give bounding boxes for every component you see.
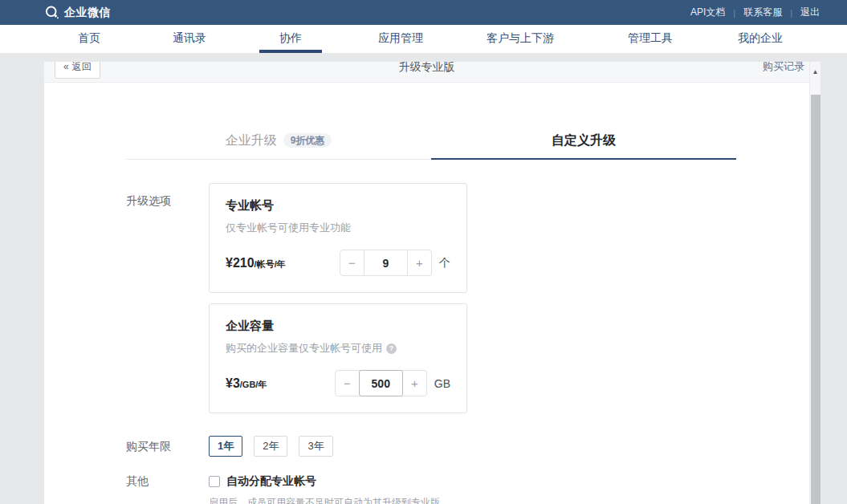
auto-assign-checkbox[interactable]	[209, 476, 220, 487]
upgrade-tabs: 企业升级 9折优惠 自定义升级	[126, 122, 736, 160]
pro-account-count-input[interactable]: 9	[364, 250, 408, 275]
purchase-duration-row: 购买年限 1年 2年 3年	[126, 436, 809, 457]
card-subtitle: 仅专业帐号可使用专业功能	[226, 221, 450, 235]
topbar-separator: |	[790, 8, 792, 18]
panel-scrollbar[interactable]: ▲	[809, 62, 821, 504]
minus-button[interactable]: −	[336, 371, 359, 396]
pro-account-stepper: − 9 +	[340, 250, 432, 276]
back-chevrons-icon: «	[63, 62, 69, 72]
logout-link[interactable]: 退出	[800, 6, 820, 19]
stepper-unit: 个	[439, 256, 450, 270]
plus-button[interactable]: +	[403, 371, 426, 396]
nav-item-contacts[interactable]: 通讯录	[173, 25, 206, 53]
nav-item-apps[interactable]: 应用管理	[378, 25, 423, 53]
nav-item-home[interactable]: 首页	[78, 25, 100, 53]
topbar: 企业微信 API文档 | 联系客服 | 退出	[0, 0, 847, 25]
minus-button[interactable]: −	[340, 250, 364, 275]
pro-account-card: 专业帐号 仅专业帐号可使用专业功能 ¥210/帐号/年 − 9	[209, 183, 467, 293]
storage-amount-input[interactable]: 500	[359, 370, 403, 396]
company-storage-card: 企业容量 购买的企业容量仅专业帐号可使用 ? ¥3/GB/年 −	[209, 303, 467, 413]
other-options-row: 其他 自动分配专业帐号 启用后，成员可用容量不足时可自动为其升级到专业版	[126, 474, 809, 504]
api-docs-link[interactable]: API文档	[690, 6, 725, 19]
topbar-links: API文档 | 联系客服 | 退出	[690, 6, 820, 19]
active-tab-underline	[431, 158, 736, 160]
storage-price: ¥3/GB/年	[226, 376, 267, 391]
tab-custom-upgrade[interactable]: 自定义升级	[431, 122, 736, 159]
duration-1year-button[interactable]: 1年	[209, 436, 242, 457]
purchase-duration-label: 购买年限	[126, 436, 209, 457]
main-nav: 首页 通讯录 协作 应用管理 客户与上下游 管理工具 我的企业	[0, 25, 847, 53]
plus-button[interactable]: +	[408, 250, 431, 275]
contact-support-link[interactable]: 联系客服	[743, 6, 782, 19]
active-nav-underline	[259, 50, 322, 53]
card-subtitle: 购买的企业容量仅专业帐号可使用 ?	[226, 341, 450, 356]
card-title: 专业帐号	[226, 198, 450, 213]
scrollbar-thumb[interactable]	[811, 95, 821, 504]
storage-stepper: − 500 +	[335, 370, 427, 396]
scrollbar-up-arrow-icon[interactable]: ▲	[810, 69, 821, 75]
page-title: 升级专业版	[44, 62, 809, 75]
pro-account-price: ¥210/帐号/年	[226, 256, 286, 270]
brand-name: 企业微信	[64, 6, 111, 20]
info-icon[interactable]: ?	[386, 343, 397, 354]
duration-options: 1年 2年 3年	[209, 436, 333, 457]
wecom-logo-icon	[44, 6, 59, 19]
card-title: 企业容量	[226, 319, 450, 334]
upgrade-panel: « 返回 升级专业版 购买记录 企业升级 9折优惠 自定义升级	[44, 62, 821, 504]
duration-3year-button[interactable]: 3年	[299, 436, 332, 457]
tab-label: 自定义升级	[552, 132, 616, 149]
auto-assign-label[interactable]: 自动分配专业帐号	[226, 474, 316, 489]
nav-item-customers[interactable]: 客户与上下游	[487, 25, 554, 53]
nav-item-collaboration[interactable]: 协作	[279, 25, 302, 53]
stepper-unit: GB	[434, 377, 450, 390]
nav-item-admin-tools[interactable]: 管理工具	[628, 25, 673, 53]
auto-assign-hint: 启用后，成员可用容量不足时可自动为其升级到专业版	[209, 496, 440, 504]
upgrade-options-row: 升级选项 专业帐号 仅专业帐号可使用专业功能 ¥210/帐号/年	[126, 183, 809, 413]
tab-company-upgrade[interactable]: 企业升级 9折优惠	[126, 122, 431, 159]
tab-label: 企业升级	[226, 132, 277, 149]
nav-item-my-company[interactable]: 我的企业	[738, 25, 783, 53]
duration-2year-button[interactable]: 2年	[254, 436, 287, 457]
topbar-separator: |	[733, 8, 735, 18]
other-label: 其他	[126, 474, 209, 504]
brand: 企业微信	[44, 6, 111, 20]
discount-badge: 9折优惠	[283, 133, 332, 148]
upgrade-options-label: 升级选项	[126, 183, 209, 413]
back-button[interactable]: « 返回	[55, 62, 100, 79]
panel-header: « 返回 升级专业版 购买记录	[44, 62, 809, 83]
purchase-history-link[interactable]: 购买记录	[763, 62, 804, 74]
panel-body: 企业升级 9折优惠 自定义升级 升级选项 专业帐号 仅专业帐号可使用专业功能	[44, 83, 809, 504]
